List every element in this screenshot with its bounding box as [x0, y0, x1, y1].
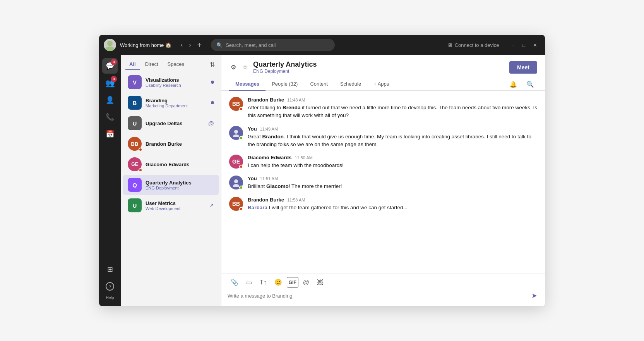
- compose-input[interactable]: [228, 293, 527, 299]
- search-messages-icon-button[interactable]: 🔍: [523, 79, 537, 90]
- sidebar-tabs: All Direct Spaces ⇅: [121, 55, 221, 70]
- nav-controls: ‹ › +: [178, 40, 204, 50]
- visualizations-unread-dot: [211, 81, 214, 84]
- message-header-2: You 11:49 AM: [248, 126, 537, 132]
- brandon-status-2: [239, 207, 243, 211]
- tab-people[interactable]: People (32): [265, 78, 304, 91]
- back-button[interactable]: ‹: [178, 40, 185, 50]
- message-header-5: Brandon Burke 11:58 AM: [248, 197, 537, 203]
- branding-info: Branding Marketing Department: [146, 98, 207, 108]
- settings-icon-button[interactable]: ⚙: [229, 62, 238, 72]
- sidebar-tab-direct[interactable]: Direct: [141, 59, 162, 70]
- apps-icon-button[interactable]: ⊞: [102, 262, 118, 277]
- apps-icon: ⊞: [107, 265, 113, 274]
- image-icon-button[interactable]: 🖼: [314, 277, 326, 288]
- chat-title: Quarterly Analytics: [253, 60, 317, 69]
- upgrade-deltas-at-icon: @: [208, 120, 214, 127]
- sidebar-list: V Visualizations Usability Research B Br…: [121, 70, 221, 306]
- calendar-icon: 📅: [106, 130, 114, 138]
- sidebar-item-upgrade-deltas[interactable]: U Upgrade Deltas @: [123, 113, 219, 133]
- text-format-icon-button[interactable]: T↑: [257, 277, 270, 288]
- message-avatar-brandon-2: BB: [229, 197, 243, 211]
- format-icon-button[interactable]: ▭: [243, 277, 255, 288]
- message-time-2: 11:49 AM: [260, 127, 278, 131]
- svg-point-4: [234, 179, 238, 183]
- message-avatar-you-1: [229, 126, 243, 140]
- tab-apps[interactable]: + Apps: [367, 78, 395, 91]
- star-icon-button[interactable]: ☆: [241, 62, 249, 72]
- message-time-1: 11:48 AM: [287, 98, 305, 102]
- message-content-2: You 11:49 AM Great Brandon. I think that…: [248, 126, 537, 149]
- mention-icon-button[interactable]: @: [300, 277, 312, 288]
- chat-icon-button[interactable]: 💬 3: [102, 58, 118, 74]
- giacomo-edwards-avatar: GE: [128, 157, 142, 171]
- giacomo-status: [239, 165, 243, 169]
- add-tab-button[interactable]: +: [195, 40, 204, 50]
- visualizations-sub: Usability Research: [146, 83, 207, 88]
- meet-button[interactable]: Meet: [509, 61, 537, 74]
- compose-bar: 📎 ▭ T↑ 🙂 GIF @ 🖼 ➤: [221, 274, 545, 306]
- svg-point-2: [234, 130, 238, 134]
- message-content-5: Brandon Burke 11:58 AM Barbara I will ge…: [248, 197, 537, 212]
- visualizations-name: Visualizations: [146, 77, 207, 83]
- upgrade-deltas-info: Upgrade Deltas: [146, 121, 204, 126]
- sidebar-item-quarterly-analytics[interactable]: Q Quarterly Analytics ENG Deployment: [123, 175, 219, 195]
- send-button[interactable]: ➤: [530, 290, 539, 301]
- calls-icon-button[interactable]: 📞: [102, 109, 118, 125]
- message-time-4: 11:51 AM: [260, 176, 278, 181]
- chat-title-block: Quarterly Analytics ENG Deployment: [253, 60, 317, 74]
- message-text-2: Great Brandon. I think that would give u…: [248, 133, 537, 149]
- message-sender-2: You: [248, 126, 257, 132]
- filter-button[interactable]: ⇅: [208, 59, 216, 70]
- calendar-icon-button[interactable]: 📅: [102, 126, 118, 142]
- branding-name: Branding: [146, 98, 207, 103]
- emoji-icon-button[interactable]: 🙂: [271, 277, 285, 288]
- connect-device-button[interactable]: 🖥 Connect to a device: [447, 42, 499, 48]
- sidebar-tab-spaces[interactable]: Spaces: [164, 59, 188, 70]
- help-nav-item[interactable]: ? Help: [102, 279, 118, 300]
- tab-content[interactable]: Content: [304, 78, 334, 91]
- people-nav-item[interactable]: 👤: [102, 92, 118, 108]
- sidebar-item-brandon-burke[interactable]: BB Brandon Burke: [123, 134, 219, 154]
- title-bar: Working from home 🏠 ‹ › + 🔍 🖥 Connect to…: [99, 35, 545, 55]
- tab-schedule[interactable]: Schedule: [334, 78, 367, 91]
- visualizations-avatar: V: [128, 75, 142, 89]
- teams-icon-button[interactable]: 👥 3: [102, 75, 118, 91]
- brandon-burke-name: Brandon Burke: [146, 141, 214, 147]
- you-status-2: [239, 186, 243, 189]
- chat-header-icons: ⚙ ☆: [229, 62, 249, 72]
- message-group-3: GE Giacomo Edwards 11:50 AM I can help t…: [229, 155, 537, 169]
- notifications-icon-button[interactable]: 🔔: [506, 79, 520, 90]
- forward-button[interactable]: ›: [187, 40, 193, 50]
- sidebar-item-giacomo-edwards[interactable]: GE Giacomo Edwards: [123, 154, 219, 174]
- user-avatar[interactable]: [104, 39, 116, 51]
- search-input[interactable]: [226, 42, 329, 48]
- sidebar-tab-all[interactable]: All: [125, 59, 140, 70]
- minimize-button[interactable]: −: [509, 41, 518, 50]
- message-text-3: I can help the team with the moodboards!: [248, 162, 537, 169]
- chat-nav-item[interactable]: 💬 3: [102, 58, 118, 74]
- message-sender-4: You: [248, 176, 257, 181]
- apps-nav-item[interactable]: ⊞: [102, 262, 118, 277]
- brandon-burke-status-dot: [139, 148, 142, 152]
- sidebar-item-visualizations[interactable]: V Visualizations Usability Research: [123, 72, 219, 92]
- user-status-label: Working from home 🏠: [120, 42, 171, 48]
- calendar-nav-item[interactable]: 📅: [102, 126, 118, 142]
- people-icon-button[interactable]: 👤: [102, 92, 118, 108]
- close-button[interactable]: ✕: [530, 41, 540, 50]
- brandon-burke-info: Brandon Burke: [146, 141, 214, 147]
- sidebar-item-branding[interactable]: B Branding Marketing Department: [123, 93, 219, 113]
- quarterly-analytics-sub: ENG Deployment: [146, 186, 214, 190]
- maximize-button[interactable]: □: [519, 41, 528, 50]
- teams-nav-item[interactable]: 👥 3: [102, 75, 118, 91]
- calls-nav-item[interactable]: 📞: [102, 109, 118, 125]
- tab-messages[interactable]: Messages: [229, 78, 265, 91]
- attach-icon-button[interactable]: 📎: [228, 277, 242, 288]
- gif-icon-button[interactable]: GIF: [287, 277, 298, 288]
- message-content-4: You 11:51 AM Brilliant Giacomo! The more…: [248, 176, 537, 190]
- search-icon: 🔍: [216, 42, 223, 48]
- sidebar-item-user-metrics[interactable]: U User Metrics Web Development ↗: [123, 195, 219, 215]
- help-icon-button[interactable]: ?: [102, 279, 118, 294]
- chat-area: ⚙ ☆ Quarterly Analytics ENG Deployment M…: [221, 55, 545, 306]
- search-bar[interactable]: 🔍: [211, 39, 335, 51]
